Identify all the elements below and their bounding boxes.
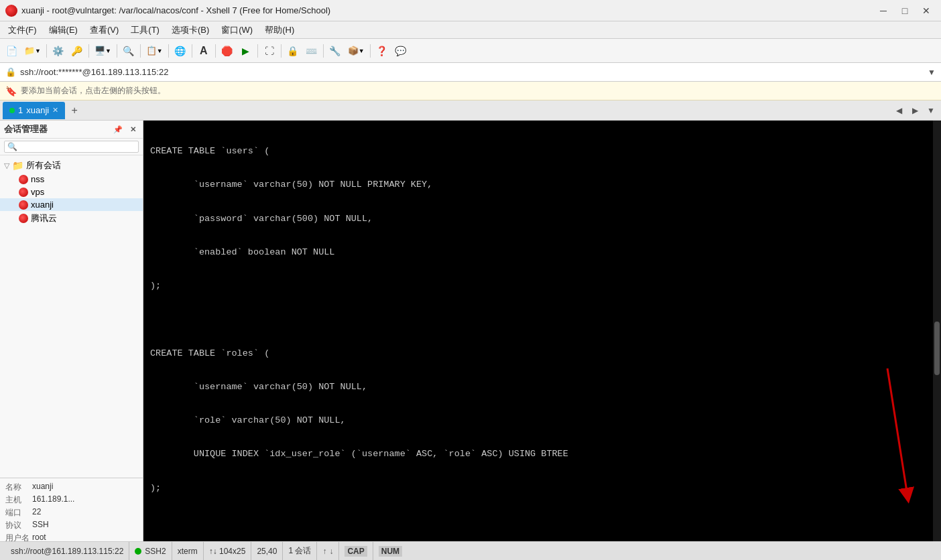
tb-record-btn[interactable]: ▶ bbox=[237, 42, 255, 60]
tb-lock-btn[interactable]: 🔒 bbox=[284, 42, 302, 60]
tab-add-btn[interactable]: + bbox=[66, 102, 82, 119]
status-bar: ssh://root@161.189.113.115:22 SSH2 xterm… bbox=[0, 541, 941, 560]
tab-prev-btn[interactable]: ◀ bbox=[891, 103, 906, 118]
tb-sep11 bbox=[370, 44, 371, 58]
tree-root-all-sessions[interactable]: ▽ 📁 所有会话 bbox=[0, 158, 143, 173]
status-led-green bbox=[135, 548, 141, 555]
bookmark-icon: 🔖 bbox=[5, 86, 17, 96]
scrollbar-thumb[interactable] bbox=[934, 322, 940, 375]
sidebar-search bbox=[0, 139, 143, 155]
toolbar: 📄 📁▼ ⚙️ 🔑 🖥️▼ 🔍 📋▼ 🌐 A 🛑 ▶ ⛶ 🔒 ⌨️ 🔧 � bbox=[0, 39, 941, 63]
session-add-bar: 🔖 要添加当前会话，点击左侧的箭头按钮。 bbox=[0, 82, 941, 100]
tb-sep7 bbox=[215, 44, 216, 58]
menu-tools[interactable]: 工具(T) bbox=[125, 23, 165, 38]
sidebar: 会话管理器 📌 ✕ ▽ 📁 所有会话 nss bbox=[0, 121, 143, 560]
info-value-proto: SSH bbox=[32, 520, 49, 531]
tb-globe-btn[interactable]: 🌐 bbox=[172, 42, 189, 60]
sidebar-item-label-xuanji: xuanji bbox=[31, 200, 54, 210]
scrollbar[interactable] bbox=[933, 121, 941, 560]
sidebar-pin-btn[interactable]: 📌 bbox=[112, 123, 124, 135]
info-value-host: 161.189.1... bbox=[32, 494, 74, 506]
close-button[interactable]: ✕ bbox=[917, 3, 936, 18]
sidebar-item-label-tencentcloud: 腾讯云 bbox=[31, 212, 57, 224]
title-bar-left: xuanji - root@vulntarget: /var/local/nac… bbox=[5, 5, 330, 17]
tab-list-btn[interactable]: ▼ bbox=[924, 103, 938, 118]
sidebar-tree: ▽ 📁 所有会话 nss vps xuanji bbox=[0, 155, 143, 478]
maximize-button[interactable]: □ bbox=[895, 3, 914, 18]
menu-help[interactable]: 帮助(H) bbox=[259, 23, 300, 38]
info-label-proto: 协议 bbox=[5, 520, 29, 531]
info-label-host: 主机 bbox=[5, 494, 29, 506]
status-terminal-type: xterm bbox=[172, 542, 204, 560]
main-content: 会话管理器 📌 ✕ ▽ 📁 所有会话 nss bbox=[0, 121, 941, 560]
tb-new-btn[interactable]: 📄 bbox=[3, 42, 20, 60]
session-hint-text: 要添加当前会话，点击左侧的箭头按钮。 bbox=[21, 85, 166, 96]
info-label-port: 端口 bbox=[5, 507, 29, 518]
app-icon bbox=[5, 5, 17, 17]
sidebar-close-btn[interactable]: ✕ bbox=[127, 123, 139, 135]
tb-sep10 bbox=[323, 44, 324, 58]
address-dropdown[interactable]: ▼ bbox=[928, 68, 936, 77]
tab-bar: 1 xuanji ✕ + ◀ ▶ ▼ bbox=[0, 100, 941, 121]
tb-font-btn[interactable]: A bbox=[195, 42, 212, 60]
terminal-line-1: CREATE TABLE `users` ( bbox=[150, 145, 926, 158]
menu-tabs[interactable]: 选项卡(B) bbox=[166, 23, 214, 38]
tb-tools2-btn[interactable]: 🔧 bbox=[326, 42, 344, 60]
tb-sep8 bbox=[257, 44, 258, 58]
info-row-port: 端口 22 bbox=[5, 506, 137, 519]
status-position-text: 25,40 bbox=[257, 547, 277, 556]
sidebar-header-controls: 📌 ✕ bbox=[112, 123, 139, 135]
session-icon-nss bbox=[19, 175, 28, 184]
tb-keyboard-btn[interactable]: ⌨️ bbox=[303, 42, 320, 60]
terminal-wrapper[interactable]: CREATE TABLE `users` ( `username` varcha… bbox=[143, 121, 941, 560]
status-dimensions: ↑↓ 104x25 bbox=[204, 542, 252, 560]
status-sessions-text: 1 会话 bbox=[288, 545, 311, 557]
menu-edit[interactable]: 编辑(E) bbox=[44, 23, 83, 38]
info-value-name: xuanji bbox=[32, 482, 53, 493]
tb-help-btn[interactable]: ❓ bbox=[373, 42, 391, 60]
tab-close-btn[interactable]: ✕ bbox=[52, 106, 58, 115]
tab-name: xuanji bbox=[26, 105, 49, 115]
menu-file[interactable]: 文件(F) bbox=[3, 23, 42, 38]
tb-key-btn[interactable]: 🔑 bbox=[68, 42, 86, 60]
terminal[interactable]: CREATE TABLE `users` ( `username` varcha… bbox=[143, 121, 933, 560]
sidebar-item-vps[interactable]: vps bbox=[0, 186, 143, 198]
session-icon-xuanji bbox=[19, 200, 28, 210]
scroll-down-btn[interactable]: ↓ bbox=[329, 547, 333, 556]
menu-window[interactable]: 窗口(W) bbox=[216, 23, 258, 38]
tb-sep6 bbox=[192, 44, 192, 58]
minimize-button[interactable]: ─ bbox=[874, 3, 893, 18]
lock-icon: 🔒 bbox=[5, 67, 16, 77]
sidebar-item-tencentcloud[interactable]: 腾讯云 bbox=[0, 211, 143, 226]
status-num-section: NUM bbox=[373, 542, 407, 560]
title-bar-controls: ─ □ ✕ bbox=[874, 3, 936, 18]
tb-open-dropdown[interactable]: 📁▼ bbox=[21, 44, 44, 57]
tab-next-btn[interactable]: ▶ bbox=[907, 103, 922, 118]
terminal-line-10: UNIQUE INDEX `idx_user_role` (`username`… bbox=[150, 447, 926, 461]
tb-view-dropdown[interactable]: 📋▼ bbox=[143, 44, 166, 57]
sidebar-item-nss[interactable]: nss bbox=[0, 173, 143, 186]
menu-bar: 文件(F) 编辑(E) 查看(V) 工具(T) 选项卡(B) 窗口(W) 帮助(… bbox=[0, 21, 941, 39]
tb-screen-dropdown[interactable]: 🖥️▼ bbox=[92, 44, 114, 57]
tb-sep5 bbox=[168, 44, 169, 58]
sidebar-search-input[interactable] bbox=[4, 141, 139, 153]
tb-fullscreen-btn[interactable]: ⛶ bbox=[261, 42, 278, 60]
terminal-line-9: `role` varchar(50) NOT NULL, bbox=[150, 414, 926, 427]
tab-indicator bbox=[9, 108, 15, 113]
tb-stop-btn[interactable]: 🛑 bbox=[218, 42, 236, 60]
address-text: ssh://root:*******@161.189.113.115:22 bbox=[20, 67, 168, 77]
tb-transfer-dropdown[interactable]: 📦▼ bbox=[345, 44, 367, 57]
folder-icon: 📁 bbox=[12, 160, 23, 171]
scroll-up-btn[interactable]: ↑ bbox=[322, 547, 326, 556]
menu-view[interactable]: 查看(V) bbox=[84, 23, 124, 38]
tb-settings-btn[interactable]: ⚙️ bbox=[50, 42, 67, 60]
tb-search-btn[interactable]: 🔍 bbox=[120, 42, 137, 60]
tb-sep1 bbox=[46, 44, 47, 58]
status-connection: ssh://root@161.189.113.115:22 bbox=[5, 542, 129, 560]
status-connection-text: ssh://root@161.189.113.115:22 bbox=[11, 547, 123, 556]
tree-root-label: 所有会话 bbox=[26, 159, 61, 171]
tab-xuanji[interactable]: 1 xuanji ✕ bbox=[3, 102, 65, 119]
terminal-line-11: ); bbox=[150, 482, 926, 495]
tb-chat-btn[interactable]: 💬 bbox=[392, 42, 410, 60]
sidebar-item-xuanji[interactable]: xuanji bbox=[0, 198, 143, 211]
